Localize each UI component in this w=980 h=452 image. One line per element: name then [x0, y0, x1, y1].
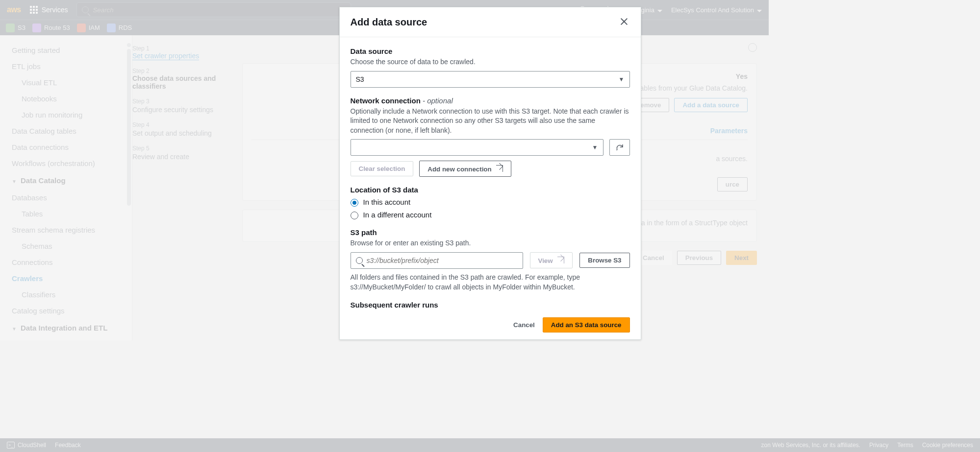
modal-add-button[interactable]: Add an S3 data source [543, 317, 630, 333]
optional-text: - optional [421, 96, 453, 105]
s3-path-help: Browse for or enter an existing S3 path. [351, 238, 630, 248]
refresh-icon [615, 143, 624, 152]
data-source-help: Choose the source of data to be crawled. [351, 57, 630, 67]
label-text: Network connection [351, 96, 421, 105]
btn-label: View [538, 257, 553, 264]
modal-overlay: Add data source Data source Choose the s… [0, 0, 769, 354]
location-label: Location of S3 data [351, 186, 630, 194]
network-label: Network connection - optional [351, 96, 630, 105]
modal-header: Add data source [340, 7, 641, 37]
s3-path-label: S3 path [351, 228, 630, 237]
s3-path-input[interactable] [367, 257, 518, 264]
network-connection-select[interactable]: ▼ [351, 139, 603, 156]
select-value: S3 [356, 75, 364, 83]
add-connection-button[interactable]: Add new connection [419, 161, 511, 177]
external-link-icon [557, 257, 564, 263]
btn-label: Add new connection [427, 166, 491, 173]
chevron-down-icon: ▼ [619, 76, 625, 83]
chevron-down-icon: ▼ [592, 144, 598, 151]
network-help: Optionally include a Network connection … [351, 107, 630, 136]
search-icon [356, 257, 363, 264]
close-icon[interactable] [618, 16, 630, 28]
data-source-label: Data source [351, 47, 630, 55]
view-button: View [530, 252, 573, 268]
radio-icon [351, 199, 358, 207]
modal-footer: Cancel Add an S3 data source [340, 310, 641, 339]
browse-s3-button[interactable]: Browse S3 [579, 253, 629, 268]
add-data-source-modal: Add data source Data source Choose the s… [339, 7, 641, 340]
radio-label: In this account [363, 198, 411, 206]
radio-label: In a different account [363, 211, 432, 219]
data-source-select[interactable]: S3 ▼ [351, 71, 630, 88]
radio-icon [351, 212, 358, 219]
s3-path-input-wrap[interactable] [351, 252, 523, 269]
clear-selection-button: Clear selection [351, 161, 414, 176]
external-link-icon [496, 165, 503, 172]
subsequent-runs-label: Subsequent crawler runs [351, 301, 630, 309]
modal-cancel-button[interactable]: Cancel [511, 317, 537, 333]
s3-path-note: All folders and files contained in the S… [351, 273, 630, 292]
refresh-button[interactable] [609, 139, 630, 156]
radio-this-account[interactable]: In this account [351, 198, 630, 207]
modal-body: Data source Choose the source of data to… [340, 37, 641, 310]
radio-different-account[interactable]: In a different account [351, 211, 630, 219]
modal-title: Add data source [351, 17, 427, 28]
